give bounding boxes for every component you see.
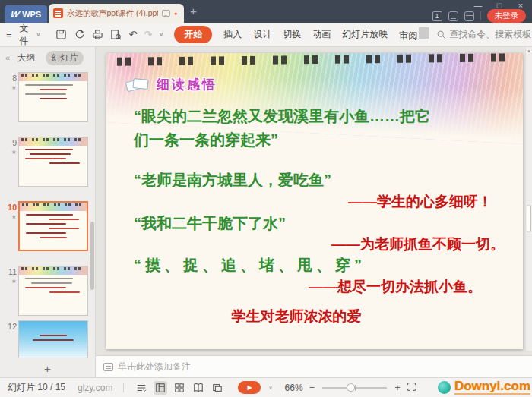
zoom-out-button[interactable]: − xyxy=(309,382,315,393)
thumbnail-preview xyxy=(18,266,88,316)
minimize-button[interactable]: — xyxy=(473,1,483,10)
notes-pane-icon[interactable] xyxy=(135,381,148,395)
print-preview-icon[interactable] xyxy=(110,29,122,40)
redo-icon: ↷ xyxy=(144,29,152,40)
file-menu[interactable]: 文件 xyxy=(20,22,29,48)
print-icon[interactable] xyxy=(92,29,103,40)
hamburger-icon[interactable]: ≡ xyxy=(6,29,12,40)
slide-thumbnail-9[interactable]: 9 ★ xyxy=(3,137,88,187)
answer-text-2[interactable]: ——学生的心多细呀！ xyxy=(106,191,492,213)
notes-bar[interactable]: 单击此处添加备注 xyxy=(96,355,532,377)
slide-thumbnail-10-selected[interactable]: 10 ★ xyxy=(3,201,88,251)
file-caret-icon[interactable]: ∨ xyxy=(36,31,41,38)
thumbnail-preview xyxy=(18,201,88,251)
layout-switch-icon[interactable] xyxy=(448,11,458,21)
tab-slides[interactable]: 幻灯片 xyxy=(46,51,84,65)
wps-logo-icon: W xyxy=(9,9,20,20)
login-button[interactable]: 未登录 xyxy=(487,9,527,23)
tab-insert[interactable]: 插入 xyxy=(223,28,242,41)
answer-text-4[interactable]: ——想尽一切办法抓小鱼。 xyxy=(106,276,482,298)
ribbon-tabs: 开始 插入 设计 切换 动画 幻灯片放映 审阅 xyxy=(174,26,429,43)
tab-transitions[interactable]: 切换 xyxy=(283,28,301,41)
review-tab-highlight xyxy=(419,27,429,39)
zoom-level[interactable]: 66% xyxy=(285,383,303,393)
message-count-badge[interactable]: 1 xyxy=(432,11,442,21)
status-bar: 幻灯片 10 / 15 glzy.com ▶ ∨ 66% − + Downyi.… xyxy=(0,377,532,397)
slide-number: 10 xyxy=(8,203,17,212)
command-search[interactable]: 查找命令、搜索模板 xyxy=(436,28,531,41)
animation-star-icon: ★ xyxy=(11,213,17,220)
undo-icon[interactable]: ↶ xyxy=(128,29,137,40)
document-tab[interactable]: 永远的歌声ppt课件 (4).pptx ● xyxy=(49,4,184,23)
vertical-scrollbar[interactable]: ▲ xyxy=(525,47,532,351)
zoom-slider[interactable] xyxy=(322,383,387,393)
slide-heading-text: 细读感悟 xyxy=(157,76,217,93)
tab-review[interactable]: 审阅 xyxy=(399,27,429,43)
collapse-panel-icon[interactable]: « xyxy=(5,53,10,62)
tab-outline[interactable]: 大纲 xyxy=(11,51,41,65)
slide-thumbnail-8[interactable]: 8 ★ xyxy=(3,72,88,122)
quote-text-2[interactable]: “老师是南方城里人，爱吃鱼” xyxy=(134,169,331,192)
slide-number: 9 xyxy=(12,138,17,147)
zoom-slider-knob[interactable] xyxy=(347,383,355,392)
ribbon-bar: ≡ 文件 ∨ ↶ ↷ ∨ 开始 插入 设计 切换 动画 幻灯片放映 审阅 查找命… xyxy=(0,23,532,47)
tab-home[interactable]: 开始 xyxy=(174,26,212,43)
zoom-in-button[interactable]: + xyxy=(394,382,401,393)
slide-number: 11 xyxy=(8,267,17,276)
view-switcher xyxy=(135,381,224,395)
animation-star-icon: ★ xyxy=(11,278,17,285)
notes-icon xyxy=(103,363,113,371)
tab-design[interactable]: 设计 xyxy=(253,28,271,41)
panel-scrollbar-thumb[interactable] xyxy=(90,222,94,290)
slide-panel: « 大纲 幻灯片 8 ★ 9 ★ 10 ★ xyxy=(0,47,96,377)
answer-text-3[interactable]: ——为老师抓鱼不顾一切。 xyxy=(106,233,505,255)
search-icon xyxy=(436,30,446,39)
scroll-up-icon[interactable]: ▲ xyxy=(526,49,532,53)
slide-thumbnail-11[interactable]: 11 ★ xyxy=(3,266,88,316)
export-pdf-icon[interactable] xyxy=(74,29,85,40)
quote-text-4[interactable]: “摸、捉、追、堵、甩、穿” xyxy=(134,254,366,277)
search-placeholder: 查找命令、搜索模板 xyxy=(449,28,531,41)
divider xyxy=(123,383,124,392)
toolbar-caret-icon[interactable]: ∨ xyxy=(159,31,163,38)
slide-thumbnail-12[interactable]: 12 xyxy=(3,320,88,358)
tab-slideshow[interactable]: 幻灯片放映 xyxy=(342,28,388,41)
gift-icon[interactable] xyxy=(464,11,474,21)
fit-screen-icon[interactable] xyxy=(407,382,416,394)
panel-header: « 大纲 幻灯片 xyxy=(0,47,95,68)
editing-area: 细读感悟 “眼尖的二兰忽然又发现溪里有小鱼……把它们一条一条的穿起来” “老师是… xyxy=(96,47,532,377)
divider xyxy=(480,11,481,20)
site-watermark: Downyi.com xyxy=(438,380,530,395)
slide-sorter-icon[interactable] xyxy=(173,381,186,395)
add-slide-button[interactable]: + xyxy=(0,362,95,375)
scrollbar-thumb[interactable] xyxy=(527,205,531,232)
thumbnail-preview xyxy=(18,137,88,187)
play-options-caret-icon[interactable]: ∨ xyxy=(268,385,272,391)
slide-number: 8 xyxy=(12,74,17,83)
document-title: 永远的歌声ppt课件 (4).pptx xyxy=(67,8,158,19)
reading-view-icon[interactable] xyxy=(192,381,205,395)
conclusion-text[interactable]: 学生对老师浓浓的爱 xyxy=(106,305,486,327)
tab-animation[interactable]: 动画 xyxy=(312,28,331,41)
ppt-file-icon xyxy=(53,8,63,18)
quote-text-3[interactable]: “我和二牛干脆下了水” xyxy=(134,212,286,235)
wps-menu-button[interactable]: W WPS xyxy=(5,5,47,23)
title-bar: W WPS 永远的歌声ppt课件 (4).pptx ● + — □ × 1 未登… xyxy=(0,0,532,23)
notebook-pages-icon xyxy=(126,77,149,93)
unsaved-dot-icon: ● xyxy=(174,11,177,16)
slide-number: 12 xyxy=(8,322,17,331)
slide-canvas[interactable]: 细读感悟 “眼尖的二兰忽然又发现溪里有小鱼……把它们一条一条的穿起来” “老师是… xyxy=(106,53,523,349)
slide-heading[interactable]: 细读感悟 xyxy=(126,76,217,93)
new-tab-button[interactable]: + xyxy=(190,5,197,17)
thumbnail-preview xyxy=(18,320,88,358)
play-slideshow-button[interactable]: ▶ xyxy=(238,381,261,394)
site-label: glzy.com xyxy=(78,383,112,393)
save-icon[interactable] xyxy=(55,29,67,40)
quote-text-1[interactable]: “眼尖的二兰忽然又发现溪里有小鱼……把它们一条一条的穿起来” xyxy=(134,105,441,152)
watermark-text: Downyi.com xyxy=(454,380,530,395)
slide-counter: 幻灯片 10 / 15 xyxy=(8,381,65,394)
account-cluster: 1 未登录 xyxy=(432,10,527,22)
comment-icon[interactable] xyxy=(162,10,170,17)
normal-view-icon[interactable] xyxy=(154,381,167,395)
presenter-view-icon[interactable] xyxy=(211,381,224,395)
